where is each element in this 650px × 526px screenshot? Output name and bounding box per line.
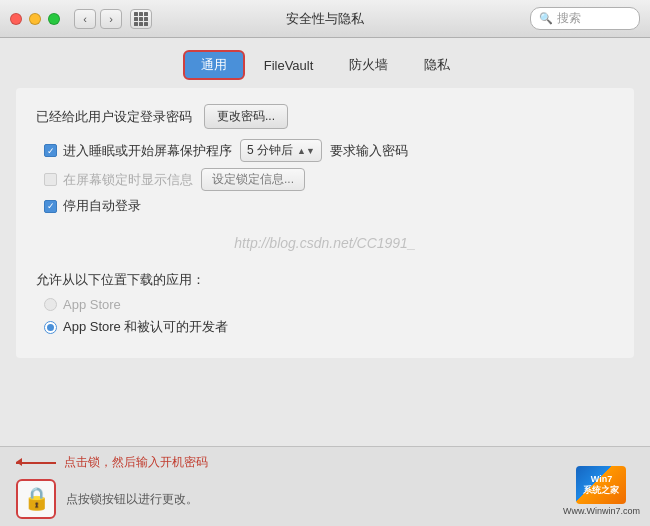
sleep-label-pre: 进入睡眠或开始屏幕保护程序 (63, 142, 232, 160)
lockinfo-checkbox-row: 在屏幕锁定时显示信息 设定锁定信息... (36, 168, 614, 191)
close-button[interactable] (10, 13, 22, 25)
search-input[interactable]: 搜索 (557, 10, 581, 27)
bottom-bar: 点击锁，然后输入开机密码 🔒 点按锁按钮以进行更改。 Win7系统之家 Www.… (0, 446, 650, 526)
brand-logo-text: Win7系统之家 (583, 474, 619, 496)
forward-button[interactable]: › (100, 9, 122, 29)
change-password-button[interactable]: 更改密码... (204, 104, 288, 129)
arrow-icon (16, 462, 56, 464)
lock-icon: 🔒 (23, 486, 50, 512)
allow-label: 允许从以下位置下载的应用： (36, 271, 614, 289)
radio-appstore-label: App Store (63, 297, 121, 312)
sleep-checkbox[interactable] (44, 144, 57, 157)
grid-icon (134, 12, 148, 26)
password-row: 已经给此用户设定登录密码 更改密码... (36, 104, 614, 129)
autologin-checkbox-row: 停用自动登录 (36, 197, 614, 215)
password-label: 已经给此用户设定登录密码 (36, 108, 192, 126)
sleep-dropdown[interactable]: 5 分钟后 ▲▼ (240, 139, 322, 162)
main-content: 已经给此用户设定登录密码 更改密码... 进入睡眠或开始屏幕保护程序 5 分钟后… (16, 88, 634, 358)
tab-general[interactable]: 通用 (183, 50, 245, 80)
radio-appstore[interactable] (44, 298, 57, 311)
radio-appstore-row: App Store (36, 297, 614, 312)
brand-logo: Win7系统之家 Www.Winwin7.com (563, 466, 640, 516)
chevron-down-icon: ▲▼ (297, 146, 315, 156)
autologin-label: 停用自动登录 (63, 197, 141, 215)
lockinfo-checkbox[interactable] (44, 173, 57, 186)
lock-description: 点按锁按钮以进行更改。 (66, 491, 198, 508)
lock-icon-box[interactable]: 🔒 (16, 479, 56, 519)
sleep-dropdown-value: 5 分钟后 (247, 142, 293, 159)
minimize-button[interactable] (29, 13, 41, 25)
grid-button[interactable] (130, 9, 152, 29)
radio-appstore-dev-label: App Store 和被认可的开发者 (63, 318, 228, 336)
hint-text: 点击锁，然后输入开机密码 (64, 454, 208, 471)
window-title: 安全性与隐私 (286, 10, 364, 28)
lockinfo-label: 在屏幕锁定时显示信息 (63, 171, 193, 189)
tab-firewall[interactable]: 防火墙 (332, 51, 405, 79)
search-box[interactable]: 🔍 搜索 (530, 7, 640, 30)
brand-logo-box: Win7系统之家 (576, 466, 626, 504)
hint-arrow-row: 点击锁，然后输入开机密码 (16, 454, 634, 471)
nav-buttons: ‹ › (74, 9, 122, 29)
back-button[interactable]: ‹ (74, 9, 96, 29)
maximize-button[interactable] (48, 13, 60, 25)
autologin-checkbox[interactable] (44, 200, 57, 213)
titlebar: ‹ › 安全性与隐私 🔍 搜索 (0, 0, 650, 38)
watermark: http://blog.csdn.net/CC1991_ (36, 235, 614, 251)
tab-privacy[interactable]: 隐私 (407, 51, 467, 79)
brand-url: Www.Winwin7.com (563, 506, 640, 516)
tab-filevault[interactable]: FileVault (247, 53, 331, 78)
set-lock-info-button[interactable]: 设定锁定信息... (201, 168, 305, 191)
sleep-checkbox-row: 进入睡眠或开始屏幕保护程序 5 分钟后 ▲▼ 要求输入密码 (36, 139, 614, 162)
traffic-lights (10, 13, 60, 25)
allow-section: 允许从以下位置下载的应用： App Store App Store 和被认可的开… (36, 271, 614, 336)
search-icon: 🔍 (539, 12, 553, 25)
sleep-label-post: 要求输入密码 (330, 142, 408, 160)
tab-bar: 通用 FileVault 防火墙 隐私 (0, 38, 650, 88)
radio-appstore-dev[interactable] (44, 321, 57, 334)
radio-appstore-dev-row: App Store 和被认可的开发者 (36, 318, 614, 336)
